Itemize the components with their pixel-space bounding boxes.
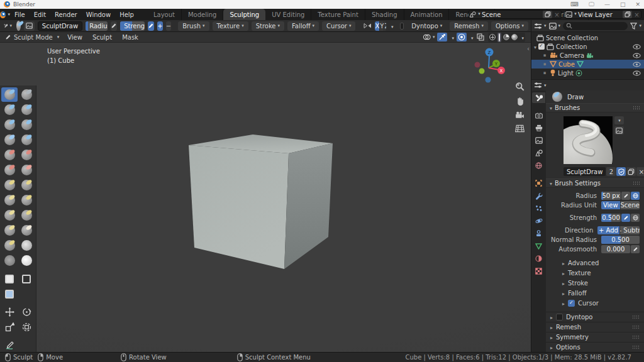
tab-layout[interactable]: Layout [147,9,182,20]
strength-value-slider[interactable]: 0.500 [601,214,621,222]
cube-expander[interactable]: ▪ [541,62,548,67]
brush-popover[interactable]: Brush [178,21,209,31]
cursor-checkbox[interactable] [568,300,575,307]
menu-help[interactable]: Help [115,9,138,20]
tool-nudge[interactable] [1,223,18,238]
scene-name[interactable]: Scene [480,11,543,18]
view-menu[interactable]: View [64,34,86,41]
sidebar-collapse-arrow[interactable]: ‹ [527,45,530,52]
dyntopo-panel-grip[interactable] [632,315,640,319]
tool-scale[interactable] [1,320,18,334]
tool-grab[interactable] [18,178,35,192]
direction-subtract-button[interactable]: — Subtra [620,226,640,234]
radius-pressure-button[interactable] [111,21,117,31]
tool-draw[interactable] [1,87,18,102]
outliner-search-input[interactable] [563,22,628,30]
scene-selector[interactable]: Scene × [469,10,562,19]
remove-view-layer-button[interactable]: × [633,11,641,18]
tool-clay-strips[interactable] [18,102,35,117]
minimize-button[interactable] [604,1,610,8]
zoom-icon[interactable] [515,82,525,91]
texture-popover[interactable]: Texture [213,21,248,31]
axis-neg-z[interactable] [486,77,491,83]
tool-draw-sharp[interactable] [18,87,35,102]
tool-scrape[interactable] [18,163,35,177]
strength-slider[interactable]: Strength 0.500 [120,21,145,31]
tool-snake-hook[interactable] [18,193,35,207]
proportional-editing-dropdown[interactable] [469,34,474,41]
outliner-row-collection[interactable]: Collection [531,42,644,51]
strength-pressure-button[interactable] [148,21,154,31]
tab-uv-editing[interactable]: UV Editing [265,9,311,20]
sculpt-menu[interactable]: Sculpt [89,34,116,41]
snapping-dropdown[interactable] [450,34,454,41]
light-hide-icon[interactable] [633,70,641,76]
tool-clay[interactable] [1,102,18,117]
symmetry-z-toggle[interactable]: Z [384,21,386,31]
tab-modifiers[interactable] [532,190,545,201]
axis-neg-y[interactable] [479,69,485,74]
menu-file[interactable]: File [10,9,30,20]
brush-name-input[interactable]: SculptDraw [564,167,606,176]
tool-rotate[interactable] [18,305,35,319]
advanced-section[interactable]: Advanced [546,258,644,268]
symmetry-y-toggle[interactable]: Y [380,21,384,31]
solid-shading-button[interactable] [497,33,501,42]
radius-unit-view-button[interactable]: View [601,201,620,209]
tab-tool[interactable] [532,92,545,103]
brush-settings-header[interactable]: Brush Settings [546,178,644,188]
texture-section[interactable]: Texture [546,268,644,278]
remesh-popover[interactable]: Remesh [450,21,488,31]
radius-pressure-toggle[interactable] [621,192,630,200]
collection-hide-icon[interactable] [633,44,641,50]
tool-layer[interactable] [1,118,18,132]
direction-add-toggle[interactable]: + [157,21,162,31]
brush-custom-icon-button[interactable] [614,126,624,134]
wireframe-shading-button[interactable] [489,34,496,40]
falloff-section[interactable]: Falloff [546,288,644,298]
remesh-panel-grip[interactable] [632,325,640,329]
view-layer-browse-icon[interactable] [565,11,577,18]
tab-sculpting[interactable]: Sculpting [223,9,265,20]
cursor-popover[interactable]: Cursor [322,21,355,31]
radius-unit-scene-button[interactable]: Scene [621,201,640,209]
duplicate-brush-button[interactable] [626,167,636,176]
tool-smooth[interactable] [1,148,18,162]
tool-crease[interactable] [18,133,35,147]
tool-box-mask[interactable] [1,272,18,286]
tab-view-layer[interactable] [532,135,545,146]
tool-elastic-deform[interactable] [1,193,18,207]
direction-subtract-toggle[interactable]: − [166,21,171,31]
tool-transform[interactable] [18,320,35,334]
view-layer-name[interactable]: View Layer [577,11,623,18]
tab-object[interactable] [532,178,545,189]
radius-unified-toggle[interactable] [631,192,640,200]
keyboard-icon[interactable] [570,1,579,8]
tab-render[interactable] [532,110,545,121]
tab-particles[interactable] [532,203,545,214]
browse-brush-button[interactable] [24,21,35,31]
tool-flatten[interactable] [18,148,35,162]
tab-output[interactable] [532,123,545,133]
normal-radius-slider[interactable]: 0.500 [601,236,640,244]
brush-name-field[interactable]: SculptDraw [38,21,82,31]
cursor-section[interactable]: Cursor [546,298,644,308]
tab-modeling[interactable]: Modeling [182,9,224,20]
outliner-filter-id-type[interactable] [549,23,561,30]
stroke-popover[interactable]: Stroke [252,21,284,31]
tab-material[interactable] [532,253,545,264]
tool-slide-relax[interactable] [1,238,18,253]
tool-annotate[interactable] [1,338,18,353]
symmetry-panel-header[interactable]: Symmetry [546,332,644,342]
outliner-display-mode[interactable] [534,23,547,30]
tab-scene[interactable] [532,148,545,158]
tool-rotate-brush[interactable] [18,223,35,238]
brush-users-count[interactable]: 2 [606,167,616,176]
radius-value-slider[interactable]: 50 px [601,192,621,200]
tool-blob[interactable] [1,133,18,147]
tool-mask[interactable] [1,253,18,268]
symmetry-panel-grip[interactable] [632,335,640,339]
tool-box-hide[interactable] [1,287,18,301]
proportional-editing-toggle[interactable] [457,33,467,41]
new-scene-button[interactable] [543,11,552,18]
